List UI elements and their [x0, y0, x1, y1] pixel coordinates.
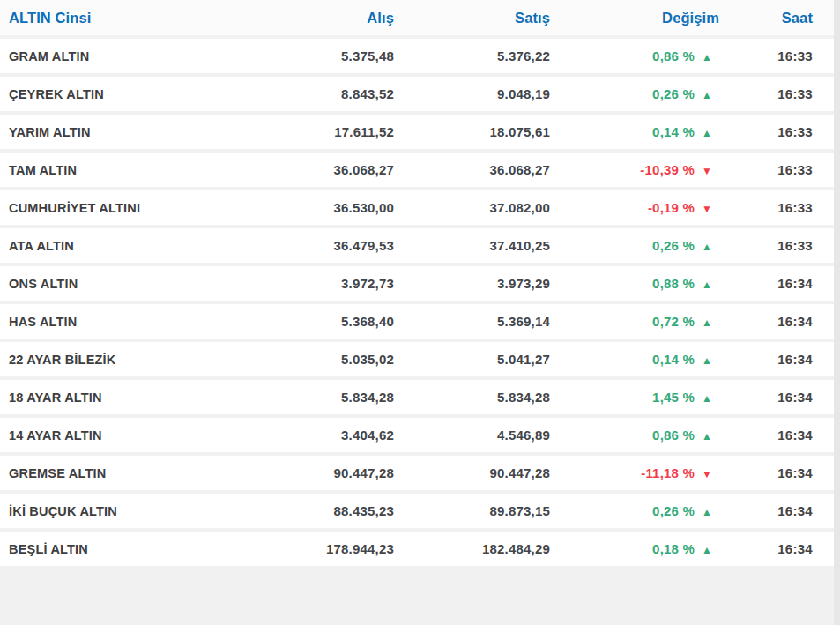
row-change-percent: 0,88 %: [550, 276, 695, 291]
row-sell-price: 37.082,00: [394, 200, 550, 215]
row-change-percent: -0,19 %: [550, 200, 695, 215]
change-arrow-icon: ▲: [702, 507, 712, 517]
row-change-percent: -11,18 %: [550, 465, 695, 480]
change-arrow-icon: ▼: [702, 204, 712, 214]
row-time: 16:33: [719, 162, 813, 177]
change-arrow-icon: ▲: [702, 242, 712, 252]
row-buy-price: 36.530,00: [235, 200, 394, 215]
column-header-sell: Satış: [394, 10, 550, 26]
table-row[interactable]: CUMHURİYET ALTINI 36.530,00 37.082,00 -0…: [0, 190, 834, 228]
change-arrow-icon: ▼: [702, 469, 712, 480]
row-time: 16:34: [719, 541, 813, 556]
table-row[interactable]: ONS ALTIN 3.972,73 3.973,29 0,88 % ▲ 16:…: [0, 266, 834, 304]
column-header-buy: Alış: [235, 10, 394, 26]
row-sell-price: 5.376,22: [394, 48, 550, 63]
row-gold-type: ONS ALTIN: [9, 277, 235, 291]
row-sell-price: 5.369,14: [394, 314, 550, 329]
row-gold-type: CUMHURİYET ALTINI: [9, 201, 235, 215]
row-buy-price: 5.834,28: [235, 390, 394, 405]
row-gold-type: YARIM ALTIN: [9, 125, 235, 139]
row-time: 16:34: [719, 503, 813, 518]
row-buy-price: 5.035,02: [235, 352, 394, 367]
row-gold-type: 14 AYAR ALTIN: [9, 428, 235, 443]
row-time: 16:34: [719, 465, 813, 480]
row-sell-price: 36.068,27: [394, 162, 550, 177]
row-change-percent: 0,18 %: [550, 541, 695, 556]
row-time: 16:34: [719, 390, 813, 405]
row-sell-price: 5.834,28: [394, 390, 550, 405]
row-gold-type: 18 AYAR ALTIN: [9, 391, 235, 405]
row-sell-price: 182.484,29: [394, 541, 550, 556]
row-sell-price: 37.410,25: [394, 238, 550, 253]
row-buy-price: 5.368,40: [235, 314, 394, 329]
row-gold-type: 22 AYAR BİLEZİK: [9, 353, 235, 367]
row-sell-price: 9.048,19: [394, 86, 550, 101]
table-row[interactable]: GRAM ALTIN 5.375,48 5.376,22 0,86 % ▲ 16…: [0, 39, 834, 77]
table-row[interactable]: ATA ALTIN 36.479,53 37.410,25 0,26 % ▲ 1…: [0, 228, 834, 266]
row-time: 16:33: [719, 48, 813, 63]
row-change-percent: 0,86 %: [550, 48, 695, 63]
row-buy-price: 3.404,62: [235, 428, 394, 443]
row-buy-price: 17.611,52: [235, 124, 394, 139]
table-row[interactable]: HAS ALTIN 5.368,40 5.369,14 0,72 % ▲ 16:…: [0, 304, 834, 342]
scrollbar-track[interactable]: [834, 0, 840, 625]
row-gold-type: TAM ALTIN: [9, 163, 235, 177]
row-gold-type: ATA ALTIN: [9, 239, 235, 253]
change-arrow-icon: ▲: [702, 279, 712, 290]
column-header-time: Saat: [719, 10, 813, 26]
change-arrow-icon: ▲: [702, 128, 712, 138]
column-header-change: Değişim: [550, 10, 719, 26]
change-arrow-icon: ▲: [702, 545, 712, 555]
table-row[interactable]: GREMSE ALTIN 90.447,28 90.447,28 -11,18 …: [0, 456, 834, 494]
row-time: 16:33: [719, 238, 813, 253]
row-sell-price: 90.447,28: [394, 465, 550, 480]
row-gold-type: GREMSE ALTIN: [9, 466, 235, 480]
table-row[interactable]: 14 AYAR ALTIN 3.404,62 4.546,89 0,86 % ▲…: [0, 418, 834, 456]
row-time: 16:33: [719, 200, 813, 215]
row-change-percent: -10,39 %: [550, 162, 695, 177]
row-time: 16:34: [719, 314, 813, 329]
gold-prices-page: ALTIN Cinsi Alış Satış Değişim Saat GRAM…: [0, 0, 840, 625]
row-buy-price: 8.843,52: [235, 86, 394, 101]
row-change-percent: 0,72 %: [550, 314, 695, 329]
row-gold-type: GRAM ALTIN: [9, 49, 235, 63]
row-time: 16:34: [719, 276, 813, 291]
row-buy-price: 90.447,28: [235, 465, 394, 480]
table-row[interactable]: 18 AYAR ALTIN 5.834,28 5.834,28 1,45 % ▲…: [0, 380, 834, 418]
row-buy-price: 36.479,53: [235, 238, 394, 253]
row-gold-type: HAS ALTIN: [9, 315, 235, 329]
row-change-percent: 0,26 %: [550, 503, 695, 518]
row-gold-type: ÇEYREK ALTIN: [9, 87, 235, 101]
row-buy-price: 3.972,73: [235, 276, 394, 291]
row-change-percent: 0,86 %: [550, 428, 695, 443]
table-row[interactable]: 22 AYAR BİLEZİK 5.035,02 5.041,27 0,14 %…: [0, 342, 834, 380]
table-header-row: ALTIN Cinsi Alış Satış Değişim Saat: [0, 0, 834, 39]
table-row[interactable]: ÇEYREK ALTIN 8.843,52 9.048,19 0,26 % ▲ …: [0, 77, 834, 115]
change-arrow-icon: ▲: [702, 317, 712, 328]
row-time: 16:34: [719, 428, 813, 443]
change-arrow-icon: ▼: [702, 166, 712, 176]
change-arrow-icon: ▲: [702, 52, 712, 63]
row-sell-price: 5.041,27: [394, 352, 550, 367]
row-sell-price: 18.075,61: [394, 124, 550, 139]
change-arrow-icon: ▲: [702, 431, 712, 442]
row-time: 16:33: [719, 86, 813, 101]
change-arrow-icon: ▲: [702, 90, 712, 100]
table-row[interactable]: İKİ BUÇUK ALTIN 88.435,23 89.873,15 0,26…: [0, 494, 834, 532]
row-change-percent: 1,45 %: [550, 390, 695, 405]
row-sell-price: 3.973,29: [394, 276, 550, 291]
column-header-gold-type: ALTIN Cinsi: [9, 10, 235, 26]
row-gold-type: BEŞLİ ALTIN: [9, 542, 235, 556]
change-arrow-icon: ▲: [702, 355, 712, 366]
table-row[interactable]: YARIM ALTIN 17.611,52 18.075,61 0,14 % ▲…: [0, 115, 834, 153]
table-row[interactable]: TAM ALTIN 36.068,27 36.068,27 -10,39 % ▼…: [0, 153, 834, 190]
change-arrow-icon: ▲: [702, 393, 712, 404]
row-sell-price: 89.873,15: [394, 503, 550, 518]
row-change-percent: 0,14 %: [550, 124, 695, 139]
row-time: 16:33: [719, 124, 813, 139]
row-buy-price: 36.068,27: [235, 162, 394, 177]
table-row[interactable]: BEŞLİ ALTIN 178.944,23 182.484,29 0,18 %…: [0, 532, 834, 569]
gold-prices-table: ALTIN Cinsi Alış Satış Değişim Saat GRAM…: [0, 0, 834, 569]
row-time: 16:34: [719, 352, 813, 367]
row-change-percent: 0,14 %: [550, 352, 695, 367]
